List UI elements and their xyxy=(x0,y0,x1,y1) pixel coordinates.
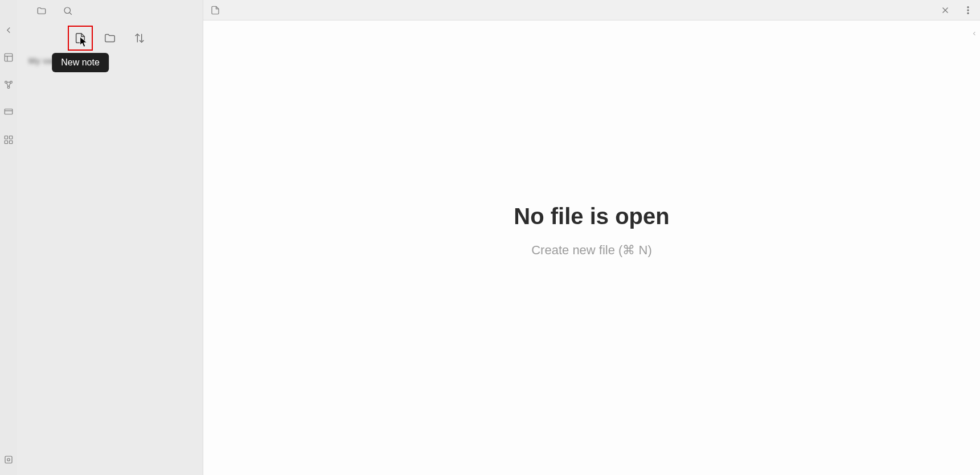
search-icon xyxy=(63,6,73,16)
svg-point-16 xyxy=(7,459,10,461)
back-icon[interactable] xyxy=(2,24,15,36)
svg-rect-15 xyxy=(5,456,12,463)
empty-state: No file is open Create new file (⌘ N) xyxy=(203,3,980,458)
svg-line-18 xyxy=(69,13,71,14)
svg-rect-14 xyxy=(10,141,13,143)
empty-state-subtitle[interactable]: Create new file (⌘ N) xyxy=(531,243,652,258)
sort-button[interactable] xyxy=(132,30,147,46)
svg-rect-13 xyxy=(5,141,7,143)
vault-name: My vault xyxy=(17,51,203,65)
graph-icon[interactable] xyxy=(2,79,15,91)
new-note-button[interactable]: New note xyxy=(72,30,88,46)
new-note-icon xyxy=(74,32,87,44)
svg-rect-12 xyxy=(10,136,13,139)
app-root: New note My vault xyxy=(0,0,980,475)
left-rail xyxy=(0,0,17,475)
svg-rect-0 xyxy=(5,53,13,61)
sort-icon xyxy=(133,32,146,44)
sidebar-toolbar: New note xyxy=(17,19,203,51)
canvas-icon[interactable] xyxy=(2,106,15,118)
new-folder-icon xyxy=(104,32,116,44)
tab-files[interactable] xyxy=(28,2,55,19)
svg-rect-11 xyxy=(5,136,7,139)
sidebar: New note My vault xyxy=(17,0,203,475)
new-folder-button[interactable] xyxy=(102,30,118,46)
tab-search[interactable] xyxy=(55,2,81,19)
vault-switcher-icon[interactable] xyxy=(2,453,15,466)
sidebar-tabs xyxy=(17,0,203,19)
svg-rect-9 xyxy=(5,109,13,114)
empty-state-title: No file is open xyxy=(514,204,669,229)
main-pane: No file is open Create new file (⌘ N) xyxy=(203,0,980,475)
quick-switcher-icon[interactable] xyxy=(2,51,15,64)
folder-icon xyxy=(36,6,47,16)
svg-point-17 xyxy=(64,7,71,14)
svg-line-6 xyxy=(7,83,9,86)
command-palette-icon[interactable] xyxy=(2,133,15,146)
svg-line-7 xyxy=(9,83,11,86)
tooltip: New note xyxy=(52,53,109,72)
